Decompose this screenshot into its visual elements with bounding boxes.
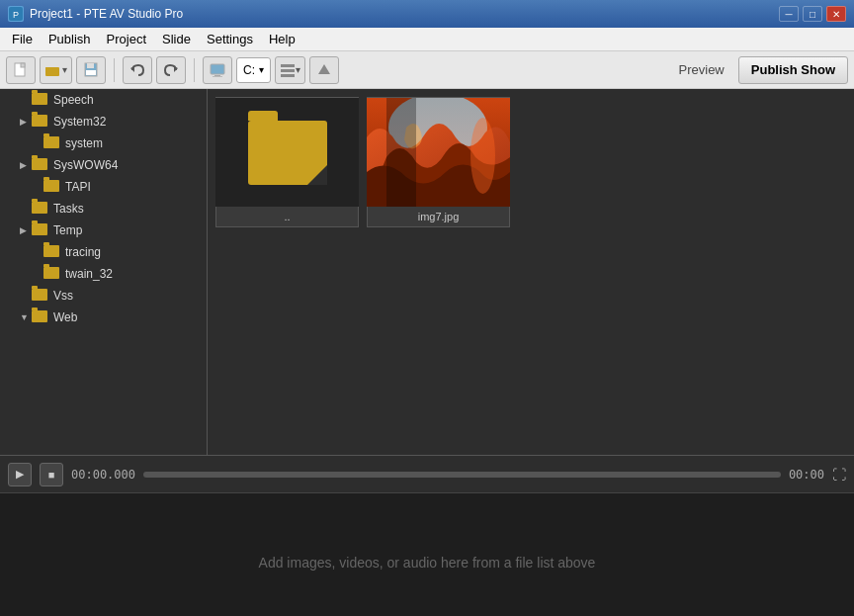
tree-item-web[interactable]: ▼ Web (0, 307, 207, 328)
folder-icon (43, 245, 61, 259)
tree-item-tapi[interactable]: TAPI (0, 176, 207, 198)
redo-button[interactable] (156, 56, 186, 84)
thumb-folder-img (215, 98, 359, 207)
app-icon: P (8, 6, 24, 22)
svg-text:P: P (13, 10, 19, 20)
open-button-group[interactable]: ▾ (40, 56, 72, 84)
tree-item-syswow64[interactable]: ▶ SysWOW64 (0, 154, 207, 176)
svg-rect-13 (213, 76, 222, 77)
playback-controls: ▶ ■ 00:00.000 00:00 ⛶ (0, 455, 854, 492)
toolbar: ▾ C: ▾ ▾ Preview Publish Show (0, 51, 854, 89)
toolbar-separator-1 (114, 58, 115, 82)
minimize-button[interactable]: ─ (779, 6, 799, 22)
tree-item-twain32[interactable]: twain_32 (0, 263, 207, 285)
tree-label: system (65, 136, 103, 150)
file-tree[interactable]: Speech ▶ System32 system ▶ SysWOW64 TAPI… (0, 89, 208, 455)
folder-icon (43, 267, 61, 281)
tree-label: Tasks (53, 202, 84, 216)
computer-button[interactable] (203, 56, 232, 84)
maximize-button[interactable]: □ (803, 6, 822, 22)
drive-dropdown-arrow[interactable]: ▾ (259, 64, 264, 75)
save-button[interactable] (76, 56, 106, 84)
tree-arrow: ▼ (20, 312, 32, 322)
svg-rect-15 (281, 69, 295, 72)
tree-label: Vss (53, 289, 73, 303)
tree-label: System32 (53, 115, 106, 129)
tree-label: Temp (53, 223, 82, 237)
tree-label: SysWOW64 (53, 158, 118, 172)
menu-bar: File Publish Project Slide Settings Help (0, 28, 854, 51)
menu-settings[interactable]: Settings (199, 30, 261, 48)
menu-slide[interactable]: Slide (154, 30, 199, 48)
thumb-canyon-img (367, 98, 510, 207)
close-button[interactable]: ✕ (826, 6, 846, 22)
stop-button[interactable]: ■ (40, 463, 63, 486)
tree-label: TAPI (65, 180, 91, 194)
menu-file[interactable]: File (4, 30, 41, 48)
title-bar: P Project1 - PTE AV Studio Pro ─ □ ✕ (0, 0, 854, 28)
folder-icon (43, 136, 61, 150)
file-thumb-folder[interactable]: .. (215, 97, 359, 227)
tree-arrow: ▶ (20, 117, 32, 127)
svg-rect-3 (21, 63, 25, 67)
new-button[interactable] (6, 56, 36, 84)
folder-icon (32, 310, 49, 324)
folder-icon (32, 223, 49, 237)
drive-label: C: (243, 63, 255, 77)
play-button[interactable]: ▶ (8, 463, 32, 486)
tree-item-tracing[interactable]: tracing (0, 241, 207, 263)
menu-project[interactable]: Project (99, 30, 154, 48)
view-dropdown-arrow[interactable]: ▾ (296, 64, 300, 75)
svg-rect-7 (87, 63, 94, 68)
toolbar-separator-2 (194, 58, 195, 82)
folder-label: .. (284, 211, 290, 222)
window-controls[interactable]: ─ □ ✕ (779, 6, 846, 22)
panels-wrapper: Speech ▶ System32 system ▶ SysWOW64 TAPI… (0, 89, 854, 455)
svg-marker-17 (318, 64, 330, 74)
folder-icon (32, 93, 49, 107)
svg-rect-11 (211, 64, 224, 74)
file-grid: .. (215, 97, 846, 227)
tree-item-system[interactable]: system (0, 132, 207, 154)
slide-drop-zone[interactable]: Add images, videos, or audio here from a… (0, 492, 854, 616)
drop-zone-message: Add images, videos, or audio here from a… (259, 555, 596, 571)
tree-item-system32[interactable]: ▶ System32 (0, 111, 207, 132)
menu-publish[interactable]: Publish (41, 30, 99, 48)
time-current: 00:00.000 (71, 468, 135, 482)
tree-item-vss[interactable]: Vss (0, 285, 207, 307)
time-total: 00:00 (789, 468, 824, 482)
file-browser[interactable]: .. (208, 89, 854, 455)
file-thumb-img7[interactable]: img7.jpg (367, 97, 510, 227)
tree-item-temp[interactable]: ▶ Temp (0, 220, 207, 241)
folder-icon (32, 202, 49, 216)
progress-bar[interactable] (143, 472, 781, 478)
drive-selector[interactable]: C: ▾ (236, 57, 271, 83)
tree-label: tracing (65, 245, 101, 259)
tree-label: Speech (53, 93, 94, 107)
publish-button[interactable]: Publish Show (738, 56, 848, 84)
view-button[interactable]: ▾ (275, 56, 305, 84)
menu-help[interactable]: Help (261, 30, 303, 48)
svg-rect-16 (281, 74, 295, 77)
tree-item-speech[interactable]: Speech (0, 89, 207, 111)
preview-button[interactable]: Preview (671, 56, 732, 84)
image-label: img7.jpg (418, 211, 460, 222)
title-text: Project1 - PTE AV Studio Pro (30, 7, 779, 21)
folder-big-icon (248, 121, 327, 185)
tree-label: twain_32 (65, 267, 113, 281)
canyon-preview (367, 98, 510, 207)
expand-button[interactable]: ⛶ (832, 467, 846, 483)
tree-item-tasks[interactable]: Tasks (0, 198, 207, 220)
svg-rect-8 (86, 70, 96, 75)
folder-icon (32, 158, 49, 172)
up-button[interactable] (309, 56, 339, 84)
tree-label: Web (53, 310, 77, 324)
tree-arrow: ▶ (20, 225, 32, 235)
open-dropdown-arrow[interactable]: ▾ (62, 64, 67, 75)
tree-arrow: ▶ (20, 160, 32, 170)
svg-rect-5 (45, 67, 51, 70)
folder-icon (32, 115, 49, 129)
svg-rect-14 (281, 64, 295, 67)
undo-button[interactable] (123, 56, 152, 84)
folder-icon (32, 289, 49, 303)
